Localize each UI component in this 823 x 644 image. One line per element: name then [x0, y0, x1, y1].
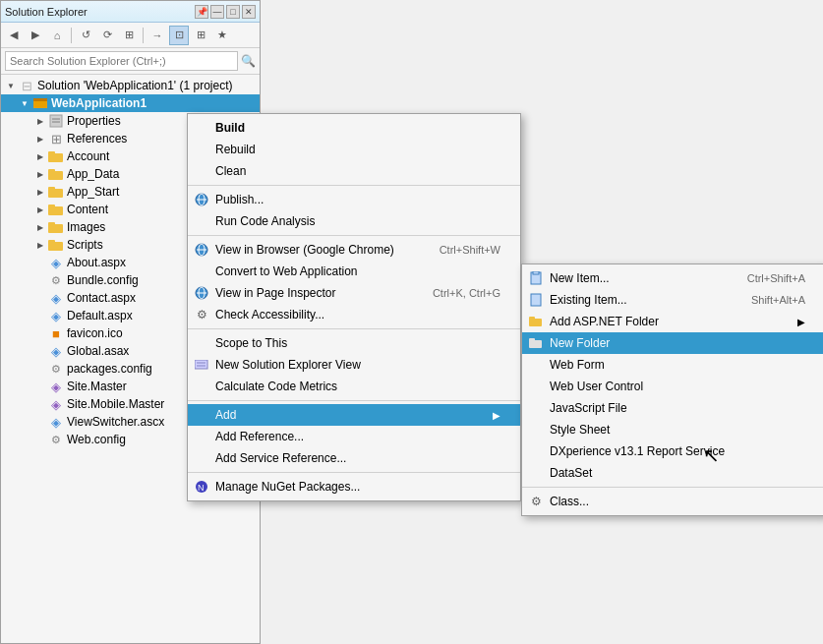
bundle-config-icon: ⚙ [48, 272, 64, 288]
menu-item-convert[interactable]: Convert to Web Application [188, 261, 520, 282]
svg-rect-37 [529, 338, 535, 342]
submenu-item-new-folder[interactable]: New Folder [522, 332, 823, 354]
menu-item-add[interactable]: Add ▶ [188, 404, 520, 426]
add-submenu: New Item... Ctrl+Shift+A Existing Item..… [521, 263, 823, 516]
submenu-item-dataset[interactable]: DataSet [522, 462, 823, 484]
properties-button[interactable]: → [147, 26, 167, 45]
web-form-label: Web Form [550, 358, 605, 372]
forward-button[interactable]: ▶ [26, 26, 45, 45]
menu-item-new-explorer[interactable]: New Solution Explorer View [188, 354, 520, 376]
minimize-button[interactable]: — [210, 5, 224, 19]
aspnet-folder-label: Add ASP.NET Folder [550, 315, 659, 328]
view-browser-icon [194, 242, 209, 258]
show-all-files-button[interactable]: ⊞ [119, 26, 139, 45]
search-icon: 🔍 [241, 54, 256, 68]
titlebar-text: Solution Explorer [5, 6, 88, 18]
publish-icon [194, 192, 209, 207]
accessibility-label: Check Accessibility... [215, 308, 324, 322]
default-label: Default.aspx [67, 309, 133, 322]
menu-item-view-browser[interactable]: View in Browser (Google Chrome) Ctrl+Shi… [188, 239, 520, 261]
home-button[interactable]: ⌂ [47, 26, 67, 45]
menu-item-build[interactable]: Build [188, 117, 520, 139]
collapse-button[interactable]: ⊞ [191, 26, 210, 45]
view-browser-shortcut: Ctrl+Shift+W [440, 244, 500, 256]
close-button[interactable]: ✕ [242, 5, 256, 19]
refresh-button[interactable]: ↺ [76, 26, 95, 45]
submenu-item-style-sheet[interactable]: Style Sheet [522, 419, 823, 440]
page-inspector-label: View in Page Inspector [215, 286, 336, 300]
menu-item-nuget[interactable]: N Manage NuGet Packages... [188, 476, 520, 498]
app-data-icon [48, 166, 64, 182]
sync-button[interactable]: ⟳ [97, 26, 117, 45]
about-aspx-icon: ◈ [48, 255, 64, 270]
submenu-item-js-file[interactable]: JavaScript File [522, 397, 823, 419]
existing-item-shortcut: Shift+Alt+A [751, 294, 805, 306]
menu-item-scope[interactable]: Scope to This [188, 332, 520, 354]
submenu-item-aspnet-folder[interactable]: Add ASP.NET Folder ▶ [522, 311, 823, 332]
svg-rect-33 [531, 294, 541, 306]
favicon-icon: ■ [48, 325, 64, 341]
menu-item-add-service-reference[interactable]: Add Service Reference... [188, 447, 520, 469]
expand-arrow-app-start: ▶ [32, 184, 48, 200]
menu-item-add-reference[interactable]: Add Reference... [188, 426, 520, 447]
project-icon [32, 95, 48, 111]
se-toolbar: ◀ ▶ ⌂ ↺ ⟳ ⊞ → ⊡ ⊞ ★ [1, 23, 260, 48]
content-icon [48, 202, 64, 217]
submenu-item-new-item[interactable]: New Item... Ctrl+Shift+A [522, 267, 823, 289]
packages-config-icon: ⚙ [48, 361, 64, 377]
pin-active-button[interactable]: ★ [212, 26, 232, 45]
page-inspector-icon [194, 285, 209, 301]
svg-rect-2 [50, 115, 62, 127]
toolbar-sep2 [143, 28, 144, 43]
menu-item-run-code-analysis[interactable]: Run Code Analysis [188, 210, 520, 232]
search-input[interactable] [5, 51, 238, 71]
menu-item-page-inspector[interactable]: View in Page Inspector Ctrl+K, Ctrl+G [188, 282, 520, 304]
site-master-icon: ◈ [48, 379, 64, 394]
submenu-item-web-form[interactable]: Web Form [522, 354, 823, 376]
solution-icon: ⊟ [19, 78, 34, 93]
webapp-label: WebApplication1 [51, 96, 147, 110]
expand-arrow-images: ▶ [32, 219, 48, 235]
pin-button[interactable]: 📌 [195, 5, 208, 19]
expand-arrow-solution: ▼ [3, 78, 19, 93]
images-icon [48, 219, 64, 235]
menu-item-publish[interactable]: Publish... [188, 189, 520, 210]
toolbar-sep1 [71, 28, 72, 43]
svg-rect-1 [33, 98, 47, 101]
svg-rect-12 [48, 205, 55, 208]
submenu-item-class[interactable]: ⚙ Class... [522, 491, 823, 512]
sep4 [188, 400, 520, 401]
publish-label: Publish... [215, 193, 264, 206]
view-browser-label: View in Browser (Google Chrome) [215, 243, 394, 257]
clean-label: Clean [215, 164, 246, 178]
metrics-label: Calculate Code Metrics [215, 380, 337, 393]
context-menu: Build Rebuild Clean Publish... Run Code … [187, 113, 521, 501]
dxperience-label: DXperience v13.1 Report Service [550, 444, 725, 458]
tree-item-solution[interactable]: ▼ ⊟ Solution 'WebApplication1' (1 projec… [1, 77, 260, 94]
menu-item-clean[interactable]: Clean [188, 160, 520, 182]
sep1 [188, 185, 520, 186]
tree-item-webapp[interactable]: ▼ WebApplication1 [1, 94, 260, 112]
existing-item-label: Existing Item... [550, 293, 627, 307]
menu-item-metrics[interactable]: Calculate Code Metrics [188, 376, 520, 397]
sep3 [188, 328, 520, 329]
submenu-item-dxperience[interactable]: DXperience v13.1 Report Service [522, 440, 823, 462]
new-folder-icon [528, 335, 544, 351]
back-button[interactable]: ◀ [4, 26, 24, 45]
site-master-label: Site.Master [67, 380, 127, 393]
packages-label: packages.config [67, 362, 152, 376]
add-label: Add [215, 408, 236, 422]
expand-arrow-content: ▶ [32, 202, 48, 217]
submenu-item-existing-item[interactable]: Existing Item... Shift+Alt+A [522, 289, 823, 311]
scripts-icon [48, 237, 64, 253]
properties-label: Properties [67, 114, 121, 128]
maximize-button[interactable]: □ [226, 5, 240, 19]
dataset-label: DataSet [550, 466, 592, 480]
menu-item-accessibility[interactable]: ⚙ Check Accessibility... [188, 304, 520, 325]
app-start-label: App_Start [67, 185, 119, 199]
aspnet-folder-icon [528, 314, 544, 329]
view-button[interactable]: ⊡ [169, 26, 189, 45]
submenu-item-web-user-control[interactable]: Web User Control [522, 376, 823, 397]
nuget-label: Manage NuGet Packages... [215, 480, 360, 494]
menu-item-rebuild[interactable]: Rebuild [188, 139, 520, 160]
